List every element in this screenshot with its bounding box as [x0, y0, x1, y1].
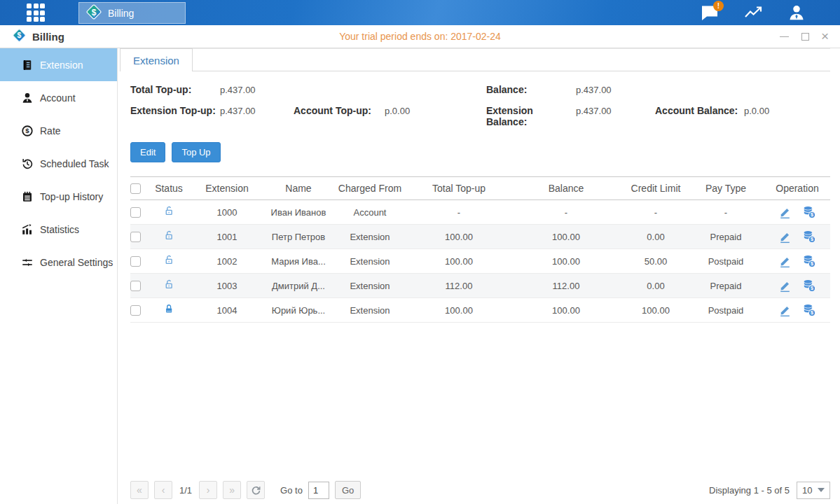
dollar-circle-icon: $: [20, 124, 34, 137]
edit-pencil-icon[interactable]: [778, 279, 792, 293]
edit-pencil-icon[interactable]: [778, 230, 792, 244]
sidebar-item-general-settings[interactable]: General Settings: [0, 246, 117, 279]
col-status: Status: [151, 183, 186, 194]
total-topup-cell: 100.00: [411, 256, 507, 267]
trial-message: Your trial period ends on: 2017-02-24: [0, 31, 840, 42]
edit-button[interactable]: Edit: [130, 142, 165, 162]
lock-open-icon: [151, 278, 186, 293]
row-checkbox[interactable]: [130, 305, 141, 316]
sidebar-item-label: Extension: [40, 59, 83, 71]
tab-strip-filler: [193, 48, 830, 71]
row-checkbox[interactable]: [130, 207, 141, 218]
person-icon: [20, 91, 34, 104]
billing-diamond-icon-small: $: [12, 28, 27, 46]
sidebar-item-topup-history[interactable]: Top-up History: [0, 180, 117, 213]
first-page-button[interactable]: «: [130, 481, 149, 499]
extension-topup-label: Extension Top-up:: [130, 105, 220, 116]
close-button[interactable]: ×: [821, 31, 829, 42]
row-checkbox[interactable]: [130, 281, 141, 291]
name-cell: Мария Ива...: [268, 256, 329, 267]
go-button[interactable]: Go: [335, 481, 361, 499]
extension-account-topup: Extension Top-up: p.437.00 Account Top-u…: [130, 105, 486, 127]
refresh-button[interactable]: [247, 481, 265, 499]
page-size-value: 10: [802, 485, 812, 496]
topup-coins-icon[interactable]: $: [802, 205, 816, 219]
balance-value: p.437.00: [576, 85, 612, 95]
extension-topup-value: p.437.00: [220, 106, 294, 116]
app-tab-billing[interactable]: $ Billing: [78, 2, 186, 24]
total-topup-label: Total Top-up:: [130, 84, 220, 95]
notebook-icon: [20, 190, 34, 203]
charged-from-cell: Extension: [329, 256, 411, 267]
sidebar-item-statistics[interactable]: Statistics: [0, 213, 117, 246]
sidebar-item-label: General Settings: [40, 257, 113, 268]
svg-text:$: $: [811, 262, 813, 267]
table-header: Status Extension Name Charged From Total…: [130, 176, 830, 200]
user-account-icon[interactable]: [787, 4, 806, 22]
name-cell: Юрий Юрь...: [268, 305, 329, 316]
topup-coins-icon[interactable]: $: [802, 254, 816, 268]
tab-strip: Extension: [120, 48, 830, 71]
extension-cell: 1000: [186, 207, 268, 218]
pay-type-cell: Postpaid: [687, 305, 765, 316]
sidebar-item-account[interactable]: Account: [0, 81, 117, 114]
col-pay-type: Pay Type: [687, 183, 765, 194]
table-row: 1003 Дмитрий Д... Extension 112.00 112.0…: [130, 274, 830, 298]
account-balance-value: p.0.00: [744, 106, 769, 116]
tab-extension[interactable]: Extension: [120, 48, 193, 71]
total-topup-cell: 100.00: [411, 232, 507, 242]
topup-coins-icon[interactable]: $: [802, 303, 816, 317]
table-row: 1002 Мария Ива... Extension 100.00 100.0…: [130, 249, 830, 274]
ledger-icon: [20, 58, 34, 71]
svg-text:$: $: [811, 286, 813, 292]
goto-page-input[interactable]: [308, 482, 329, 499]
balance-cell: -: [507, 207, 625, 218]
col-charged-from: Charged From: [329, 183, 411, 194]
top-app-bar: $ Billing !: [0, 0, 840, 25]
page-indicator: 1/1: [179, 485, 192, 496]
topup-coins-icon[interactable]: $: [802, 230, 816, 244]
pay-type-cell: Postpaid: [687, 256, 765, 267]
row-checkbox[interactable]: [130, 256, 141, 267]
extension-cell: 1001: [186, 232, 268, 242]
svg-text:$: $: [18, 31, 22, 39]
select-all-checkbox[interactable]: [130, 183, 141, 194]
next-page-button[interactable]: ›: [199, 481, 217, 499]
topup-coins-icon[interactable]: $: [802, 279, 816, 293]
maximize-button[interactable]: [801, 31, 809, 42]
top-up-button[interactable]: Top Up: [172, 142, 220, 162]
edit-pencil-icon[interactable]: [778, 304, 792, 317]
window-title-bar: Your trial period ends on: 2017-02-24 $ …: [0, 25, 840, 48]
edit-pencil-icon[interactable]: [778, 206, 792, 219]
extension-account-balance: Extension Balance: p.437.00 Account Bala…: [486, 105, 830, 127]
total-topup-cell: -: [411, 207, 507, 218]
balance-cell: 100.00: [507, 256, 625, 267]
table-row: 1004 Юрий Юрь... Extension 100.00 100.00…: [130, 298, 830, 323]
last-page-button[interactable]: »: [223, 481, 241, 499]
svg-text:$: $: [811, 311, 813, 316]
extension-balance-label: Extension Balance:: [486, 105, 576, 127]
credit-limit-cell: 100.00: [625, 305, 687, 316]
sidebar-item-label: Scheduled Task: [40, 158, 109, 169]
reports-chart-icon[interactable]: [743, 4, 763, 22]
notifications-chat-icon[interactable]: !: [700, 4, 719, 22]
sidebar-item-label: Top-up History: [40, 191, 103, 202]
total-topup-value: p.437.00: [220, 85, 256, 95]
sidebar-item-extension[interactable]: Extension: [0, 48, 117, 81]
page-size-select[interactable]: 10: [797, 482, 830, 499]
balance: Balance: p.437.00: [486, 84, 830, 95]
col-credit-limit: Credit Limit: [625, 183, 687, 194]
history-clock-icon: [20, 157, 34, 170]
col-name: Name: [268, 183, 329, 194]
row-checkbox[interactable]: [130, 232, 141, 242]
total-topup: Total Top-up: p.437.00: [130, 84, 486, 95]
sidebar-item-scheduled-task[interactable]: Scheduled Task: [0, 147, 117, 180]
minimize-button[interactable]: [780, 31, 790, 42]
prev-page-button[interactable]: ‹: [154, 481, 172, 499]
apps-grid-icon[interactable]: [27, 4, 48, 22]
extension-cell: 1003: [186, 281, 268, 291]
total-topup-cell: 100.00: [411, 305, 507, 316]
balance-cell: 100.00: [507, 305, 625, 316]
edit-pencil-icon[interactable]: [778, 255, 792, 268]
sidebar-item-rate[interactable]: $ Rate: [0, 114, 117, 147]
